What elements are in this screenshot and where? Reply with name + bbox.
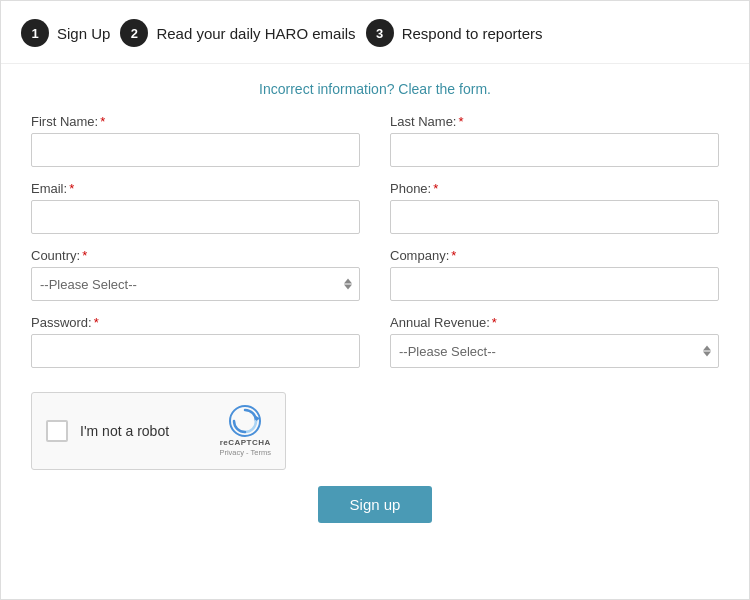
steps-bar: 1 Sign Up 2 Read your daily HARO emails … xyxy=(1,1,749,64)
annual-revenue-label: Annual Revenue:* xyxy=(390,315,719,330)
password-label: Password:* xyxy=(31,315,360,330)
signup-button[interactable]: Sign up xyxy=(318,486,433,523)
step-2: 2 Read your daily HARO emails xyxy=(120,19,355,47)
captcha-links-text: Privacy - Terms xyxy=(219,448,271,457)
email-label: Email:* xyxy=(31,181,360,196)
phone-required: * xyxy=(433,181,438,196)
first-name-input[interactable] xyxy=(31,133,360,167)
captcha-row: I'm not a robot reCAPTCHA Privacy - Term… xyxy=(31,392,719,470)
step-2-label: Read your daily HARO emails xyxy=(156,25,355,42)
last-name-field: Last Name:* xyxy=(390,114,719,167)
email-input[interactable] xyxy=(31,200,360,234)
annual-revenue-select[interactable]: --Please Select-- $0 - $100K $100K - $1M… xyxy=(390,334,719,368)
first-name-field: First Name:* xyxy=(31,114,360,167)
captcha-label: I'm not a robot xyxy=(80,423,207,439)
first-name-required: * xyxy=(100,114,105,129)
phone-input[interactable] xyxy=(390,200,719,234)
captcha-box[interactable]: I'm not a robot reCAPTCHA Privacy - Term… xyxy=(31,392,286,470)
country-select-wrapper: --Please Select-- United States United K… xyxy=(31,267,360,301)
company-input[interactable] xyxy=(390,267,719,301)
step-1-label: Sign Up xyxy=(57,25,110,42)
country-field: Country:* --Please Select-- United State… xyxy=(31,248,360,301)
password-input[interactable] xyxy=(31,334,360,368)
country-select[interactable]: --Please Select-- United States United K… xyxy=(31,267,360,301)
country-label: Country:* xyxy=(31,248,360,263)
step-2-circle: 2 xyxy=(120,19,148,47)
last-name-label: Last Name:* xyxy=(390,114,719,129)
captcha-brand-text: reCAPTCHA xyxy=(220,438,271,447)
last-name-required: * xyxy=(458,114,463,129)
annual-revenue-required: * xyxy=(492,315,497,330)
clear-link-row: Incorrect information? Clear the form. xyxy=(31,80,719,98)
password-required: * xyxy=(94,315,99,330)
first-name-label: First Name:* xyxy=(31,114,360,129)
email-required: * xyxy=(69,181,74,196)
form-area: Incorrect information? Clear the form. F… xyxy=(1,64,749,543)
annual-revenue-select-wrapper: --Please Select-- $0 - $100K $100K - $1M… xyxy=(390,334,719,368)
step-3-label: Respond to reporters xyxy=(402,25,543,42)
recaptcha-icon xyxy=(229,405,261,437)
company-label: Company:* xyxy=(390,248,719,263)
signup-row: Sign up xyxy=(31,486,719,523)
captcha-checkbox[interactable] xyxy=(46,420,68,442)
annual-revenue-field: Annual Revenue:* --Please Select-- $0 - … xyxy=(390,315,719,368)
step-3-circle: 3 xyxy=(366,19,394,47)
step-1-circle: 1 xyxy=(21,19,49,47)
country-required: * xyxy=(82,248,87,263)
last-name-input[interactable] xyxy=(390,133,719,167)
password-field: Password:* xyxy=(31,315,360,368)
company-field: Company:* xyxy=(390,248,719,301)
step-1: 1 Sign Up xyxy=(21,19,110,47)
form-grid: First Name:* Last Name:* Email:* xyxy=(31,114,719,382)
company-required: * xyxy=(451,248,456,263)
step-3: 3 Respond to reporters xyxy=(366,19,543,47)
clear-form-link[interactable]: Incorrect information? Clear the form. xyxy=(259,81,491,97)
captcha-logo: reCAPTCHA Privacy - Terms xyxy=(219,405,271,457)
email-field: Email:* xyxy=(31,181,360,234)
page-wrapper: 1 Sign Up 2 Read your daily HARO emails … xyxy=(0,0,750,600)
phone-field: Phone:* xyxy=(390,181,719,234)
phone-label: Phone:* xyxy=(390,181,719,196)
